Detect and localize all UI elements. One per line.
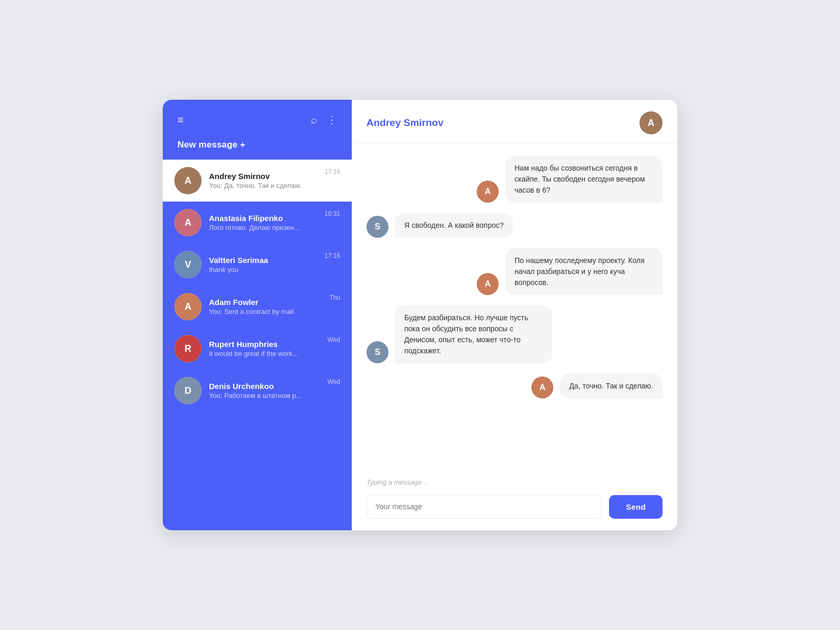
conv-info: Rupert HumphriesIt would be great if the… bbox=[209, 340, 323, 358]
message-avatar: A bbox=[477, 273, 499, 295]
conversation-item-rupert-humphries[interactable]: RRupert HumphriesIt would be great if th… bbox=[163, 328, 352, 370]
search-icon[interactable]: ⌕ bbox=[311, 114, 317, 125]
app-container: ≡ ⌕ ⋮ New message + AAndrey SmirnovYou: … bbox=[163, 100, 677, 530]
conv-avatar: D bbox=[174, 377, 202, 404]
conv-avatar: A bbox=[174, 293, 202, 320]
conversation-item-anastasia-filipenko[interactable]: AAnastasia FilipenkoЛого готово. Делаю п… bbox=[163, 202, 352, 244]
message-bubble: По нашему последнему проекту. Коля начал… bbox=[505, 248, 663, 295]
conv-info: Valtteri Serimaathank you bbox=[209, 256, 320, 274]
message-row: Нам надо бы созвониться сегодня в скайпе… bbox=[366, 156, 663, 203]
conv-avatar: A bbox=[174, 209, 202, 236]
conv-info: Andrey SmirnovYou: Да, точно. Так и сдел… bbox=[209, 172, 320, 190]
message-bubble: Я свободен. А какой вопрос? bbox=[395, 213, 513, 238]
chat-panel: Andrey Smirnov A Нам надо бы созвониться… bbox=[352, 100, 677, 530]
new-message-button[interactable]: New message + bbox=[163, 134, 352, 158]
conversation-item-andrey-smirnov[interactable]: AAndrey SmirnovYou: Да, точно. Так и сде… bbox=[163, 160, 352, 202]
conv-name: Adam Fowler bbox=[209, 298, 325, 307]
conv-time: 17:16 bbox=[324, 252, 340, 259]
chat-contact-name: Andrey Smirnov bbox=[366, 117, 444, 129]
conv-info: Anastasia FilipenkoЛого готово. Делаю пр… bbox=[209, 214, 320, 232]
conv-name: Anastasia Filipenko bbox=[209, 214, 320, 223]
chat-messages: Нам надо бы созвониться сегодня в скайпе… bbox=[352, 143, 677, 476]
sidebar-header-icons: ⌕ ⋮ bbox=[311, 114, 337, 125]
message-bubble: Будем разбираться. Но лучше пусть пока о… bbox=[395, 306, 552, 363]
message-input[interactable] bbox=[366, 495, 602, 519]
typing-indicator: Typing a message... bbox=[352, 476, 677, 489]
conv-info: Denis UrchenkooYou: Работаем в штатном р… bbox=[209, 382, 323, 400]
chat-header-avatar: A bbox=[639, 111, 663, 134]
send-button[interactable]: Send bbox=[609, 495, 663, 519]
conv-info: Adam FowlerYou: Sent a contract by mail bbox=[209, 298, 325, 316]
conversation-item-adam-fowler[interactable]: AAdam FowlerYou: Sent a contract by mail… bbox=[163, 286, 352, 328]
conversation-list: AAndrey SmirnovYou: Да, точно. Так и сде… bbox=[163, 160, 352, 530]
conv-name: Andrey Smirnov bbox=[209, 172, 320, 181]
message-row: SЯ свободен. А какой вопрос? bbox=[366, 213, 663, 238]
conv-name: Valtteri Serimaa bbox=[209, 256, 320, 265]
conv-time: 17:16 bbox=[324, 168, 340, 175]
menu-icon[interactable]: ≡ bbox=[177, 114, 184, 125]
conv-avatar: V bbox=[174, 251, 202, 278]
message-bubble: Нам надо бы созвониться сегодня в скайпе… bbox=[505, 156, 663, 203]
conv-time: 10:31 bbox=[324, 210, 340, 217]
conv-name: Denis Urchenkoo bbox=[209, 382, 323, 391]
message-row: SБудем разбираться. Но лучше пусть пока … bbox=[366, 306, 663, 363]
message-avatar: A bbox=[477, 181, 499, 203]
conv-preview: thank you bbox=[209, 266, 320, 274]
more-icon[interactable]: ⋮ bbox=[327, 114, 337, 125]
sidebar: ≡ ⌕ ⋮ New message + AAndrey SmirnovYou: … bbox=[163, 100, 352, 530]
message-avatar: S bbox=[366, 216, 388, 238]
conv-time: Wed bbox=[328, 336, 340, 343]
chat-header: Andrey Smirnov A bbox=[352, 100, 677, 143]
sidebar-header: ≡ ⌕ ⋮ bbox=[163, 100, 352, 134]
conv-time: Wed bbox=[328, 378, 340, 385]
conv-preview: You: Sent a contract by mail bbox=[209, 308, 325, 316]
conversation-item-valtteri-serimaa[interactable]: VValtteri Serimaathank you17:16 bbox=[163, 244, 352, 286]
message-row: По нашему последнему проекту. Коля начал… bbox=[366, 248, 663, 295]
conv-preview: You: Да, точно. Так и сделаю. bbox=[209, 182, 320, 190]
conv-preview: It would be great if the work... bbox=[209, 350, 323, 358]
conv-preview: Лого готово. Делаю презен... bbox=[209, 224, 320, 232]
conv-avatar: R bbox=[174, 335, 202, 362]
conversation-item-denis-urchenkoo[interactable]: DDenis UrchenkooYou: Работаем в штатном … bbox=[163, 370, 352, 412]
message-avatar: S bbox=[366, 341, 388, 363]
message-row: Да, точно. Так и сделаю.A bbox=[366, 374, 663, 398]
conv-name: Rupert Humphries bbox=[209, 340, 323, 349]
conv-time: Thu bbox=[329, 294, 340, 301]
conv-avatar: A bbox=[174, 167, 202, 194]
message-bubble: Да, точно. Так и сделаю. bbox=[560, 374, 663, 398]
chat-input-area: Send bbox=[352, 489, 677, 530]
conv-preview: You: Работаем в штатном р... bbox=[209, 392, 323, 400]
message-avatar: A bbox=[531, 376, 553, 398]
